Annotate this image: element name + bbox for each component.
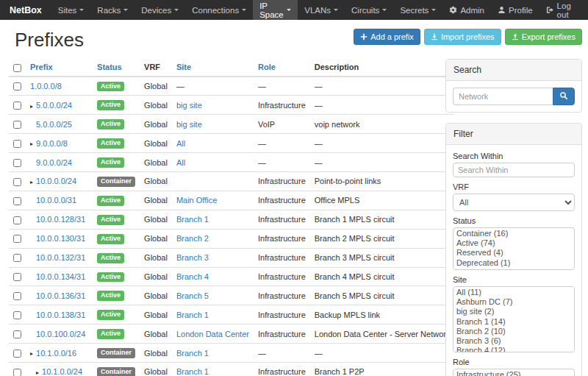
prefix-link[interactable]: 10.0.0.138/31 [36, 311, 85, 319]
site-link[interactable]: Branch 4 [176, 272, 209, 281]
site-link[interactable]: All [176, 139, 185, 148]
select-option[interactable]: Active (74) [454, 238, 573, 248]
row-checkbox[interactable] [13, 235, 21, 243]
row-checkbox[interactable] [13, 178, 21, 186]
row-checkbox[interactable] [13, 102, 21, 110]
prefix-link[interactable]: 10.1.0.0/16 [36, 349, 76, 358]
row-checkbox[interactable] [13, 273, 21, 281]
site-link[interactable]: Branch 1 [176, 311, 209, 319]
search-within-input[interactable] [453, 163, 575, 177]
nav-item-ip-space[interactable]: IP Space [253, 0, 298, 20]
plus-icon [360, 33, 368, 40]
search-input[interactable] [453, 88, 553, 105]
app-brand[interactable]: NetBox [0, 0, 51, 20]
vrf-select[interactable]: All [453, 194, 575, 211]
nav-item-racks[interactable]: Racks [90, 0, 135, 20]
prefix-link[interactable]: 10.0.0.132/31 [36, 253, 85, 262]
site-link[interactable]: Branch 2 [176, 234, 209, 243]
column-header-role[interactable]: Role [254, 59, 310, 77]
logout-icon [546, 6, 554, 14]
select-option[interactable]: Branch 3 (6) [454, 336, 573, 346]
prefix-link[interactable]: 1.0.0.0/8 [30, 82, 62, 91]
nav-item-circuits[interactable]: Circuits [345, 0, 393, 20]
select-option[interactable]: Infrastructure (25) [454, 370, 573, 376]
row-checkbox[interactable] [13, 369, 21, 376]
select-option[interactable]: big site (2) [454, 307, 573, 316]
prefix-link[interactable]: 10.0.0.0/24 [36, 177, 76, 185]
status-badge: Active [97, 234, 124, 244]
site-cell: All [172, 134, 254, 153]
site-link[interactable]: Branch 1 [176, 349, 209, 358]
prefix-link[interactable]: 10.0.0.128/31 [36, 215, 85, 224]
row-checkbox[interactable] [13, 311, 21, 319]
table-row: ▸10.0.0.0/24ContainerGlobalInfrastructur… [9, 172, 454, 191]
prefix-link[interactable]: 9.0.0.0/24 [36, 158, 72, 167]
site-link[interactable]: Branch 5 [176, 291, 209, 300]
site-link[interactable]: Branch 1 [176, 367, 209, 376]
nav-item-vlans[interactable]: VLANs [298, 0, 345, 20]
prefix-link[interactable]: 5.0.0.0/25 [36, 120, 72, 129]
row-checkbox[interactable] [13, 292, 21, 300]
prefix-link[interactable]: 10.0.0.134/31 [36, 272, 85, 281]
row-checkbox[interactable] [13, 140, 21, 148]
prefix-link[interactable]: 10.0.100.0/24 [36, 330, 85, 338]
add-prefix-button[interactable]: Add a prefix [354, 29, 420, 45]
prefix-link[interactable]: 10.0.0.130/31 [36, 234, 85, 243]
prefix-link[interactable]: 9.0.0.0/8 [36, 139, 68, 148]
nav-item-secrets[interactable]: Secrets [393, 0, 442, 20]
nav-profile[interactable]: Profile [491, 0, 539, 20]
select-option[interactable]: Reserved (4) [454, 248, 573, 258]
description-cell: Branch 3 MPLS circuit [310, 248, 455, 267]
nav-item-devices[interactable]: Devices [135, 0, 185, 20]
export-prefixes-button[interactable]: Export prefixes [505, 29, 582, 45]
site-link[interactable]: big site [176, 120, 202, 129]
site-link[interactable]: Main Office [176, 196, 217, 205]
row-checkbox[interactable] [13, 121, 21, 129]
column-header-vrf: VRF [140, 59, 172, 77]
site-link[interactable]: London Data Center [176, 330, 249, 338]
select-option[interactable]: Container (16) [454, 229, 573, 238]
status-badge: Container [97, 348, 135, 358]
nav-item-label: Racks [97, 6, 121, 15]
status-label: Status [453, 216, 575, 225]
select-option[interactable]: Branch 4 (12) [454, 346, 573, 352]
select-option[interactable]: Ashburn DC (7) [454, 297, 573, 307]
nav-item-connections[interactable]: Connections [185, 0, 253, 20]
select-option[interactable]: Branch 2 (10) [454, 327, 573, 336]
role-select[interactable]: Infrastructure (25)Management (8)Private… [453, 369, 575, 376]
column-header-status[interactable]: Status [93, 59, 140, 77]
vrf-cell: Global [140, 344, 172, 363]
site-link[interactable]: Branch 1 [176, 215, 209, 224]
search-button[interactable] [553, 88, 575, 105]
row-checkbox[interactable] [13, 350, 21, 358]
nav-logout[interactable]: Log out [539, 0, 588, 20]
prefix-link[interactable]: 5.0.0.0/24 [36, 101, 72, 110]
import-prefixes-button[interactable]: Import prefixes [424, 29, 501, 45]
nav-item-sites[interactable]: Sites [51, 0, 91, 20]
nav-admin[interactable]: Admin [442, 0, 491, 20]
status-select[interactable]: Container (16)Active (74)Reserved (4)Dep… [453, 227, 575, 270]
column-header-site[interactable]: Site [172, 59, 254, 77]
row-checkbox[interactable] [13, 254, 21, 262]
select-option[interactable]: All (11) [454, 288, 573, 297]
row-checkbox[interactable] [13, 197, 21, 205]
toggle-all-checkbox[interactable] [13, 64, 21, 72]
prefix-link[interactable]: 10.1.0.0/24 [42, 367, 82, 376]
row-checkbox[interactable] [13, 82, 21, 91]
row-checkbox[interactable] [13, 216, 21, 224]
chevron-down-icon [242, 9, 246, 11]
prefix-link[interactable]: 10.0.0.0/31 [36, 196, 76, 205]
prefix-link[interactable]: 10.0.0.136/31 [36, 291, 85, 300]
site-link[interactable]: Branch 3 [176, 253, 209, 262]
site-link[interactable]: big site [176, 101, 202, 110]
site-select[interactable]: All (11)Ashburn DC (7)big site (2)Branch… [453, 286, 575, 352]
row-checkbox[interactable] [13, 330, 21, 338]
role-cell: Infrastructure [254, 267, 310, 286]
site-link[interactable]: All [176, 158, 185, 167]
row-checkbox[interactable] [13, 159, 21, 167]
column-header-prefix[interactable]: Prefix [26, 59, 93, 77]
select-option[interactable]: Deprecated (1) [454, 258, 573, 268]
chevron-down-icon [123, 9, 128, 11]
select-option[interactable]: Branch 1 (14) [454, 317, 573, 327]
search-within-label: Search Within [453, 152, 575, 160]
